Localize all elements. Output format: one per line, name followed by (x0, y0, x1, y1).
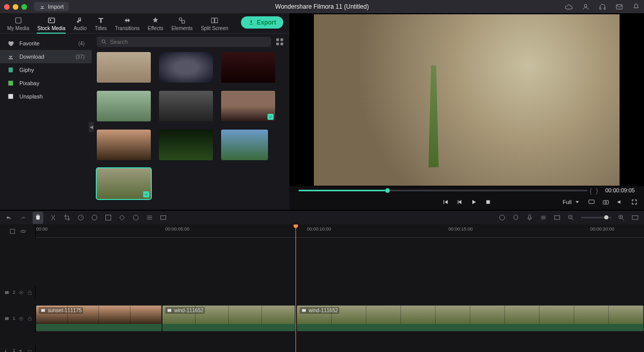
svg-rect-15 (276, 38, 279, 41)
tab-split-screen[interactable]: Split Screen (197, 14, 232, 33)
import-button[interactable]: Import (34, 2, 69, 11)
tab-stock-media[interactable]: Stock Media (33, 14, 69, 33)
media-thumb[interactable] (97, 52, 151, 83)
clip-video-icon (40, 308, 46, 313)
search-icon (101, 39, 107, 45)
step-back-icon[interactable] (456, 198, 463, 206)
mail-icon[interactable] (615, 3, 623, 11)
timeline-clip[interactable]: wind-111652 (162, 305, 296, 332)
media-thumb-selected[interactable] (97, 168, 151, 199)
media-thumb[interactable] (159, 130, 213, 160)
mask-icon[interactable] (132, 214, 140, 221)
zoom-in-icon[interactable] (618, 214, 625, 221)
speed-icon[interactable] (77, 214, 85, 221)
lock-icon[interactable] (27, 348, 33, 353)
svg-point-6 (50, 19, 51, 21)
export-button[interactable]: Export (241, 16, 283, 29)
stop-icon[interactable] (485, 198, 492, 206)
mixer-icon[interactable] (498, 214, 506, 221)
display-icon[interactable] (588, 198, 595, 206)
track-options-icon[interactable] (9, 228, 16, 235)
check-icon (143, 191, 149, 197)
sidebar-item-favorite[interactable]: Favorite(4) (0, 37, 92, 50)
svg-rect-43 (302, 309, 306, 312)
lock-icon[interactable] (27, 316, 33, 321)
search-input[interactable] (110, 39, 267, 45)
zoom-slider[interactable] (581, 217, 611, 218)
quality-dropdown[interactable]: Full (562, 198, 581, 206)
adjust-icon[interactable] (159, 214, 167, 221)
preview-frame (314, 14, 620, 186)
undo-icon[interactable] (5, 214, 13, 221)
zoom-out-icon[interactable] (567, 214, 575, 221)
delete-button[interactable] (33, 212, 43, 224)
prev-frame-icon[interactable] (442, 198, 449, 206)
render-icon[interactable] (553, 214, 561, 221)
lock-icon[interactable] (27, 290, 33, 295)
tab-elements[interactable]: Elements (167, 14, 197, 33)
link-icon[interactable] (20, 228, 26, 235)
svg-rect-3 (616, 5, 622, 9)
account-icon[interactable] (582, 3, 589, 11)
playhead[interactable] (296, 224, 296, 352)
close-button[interactable] (4, 4, 10, 10)
time-ruler[interactable]: 00:00 00:00:05:00 00:00:10:00 00:00:15:0… (36, 224, 644, 238)
minimize-button[interactable] (13, 4, 18, 10)
volume-icon[interactable] (616, 198, 624, 206)
clip-video-icon (301, 308, 307, 313)
tab-audio[interactable]: Audio (69, 14, 91, 33)
clip-video-icon (167, 308, 172, 313)
play-icon[interactable] (470, 198, 477, 206)
visibility-icon[interactable] (18, 290, 24, 295)
svg-rect-30 (555, 216, 560, 220)
import-label: Import (48, 4, 64, 10)
tab-my-media[interactable]: My Media (3, 14, 33, 33)
sidebar-item-giphy[interactable]: Giphy (0, 63, 92, 77)
svg-rect-25 (106, 215, 111, 220)
cloud-icon[interactable] (565, 3, 573, 11)
crop-icon[interactable] (63, 214, 71, 221)
tab-effects[interactable]: Effects (144, 14, 167, 33)
mark-out-icon[interactable]: } (596, 187, 598, 194)
snapshot-icon[interactable] (602, 198, 609, 206)
marker-icon[interactable] (512, 214, 520, 221)
media-thumb[interactable] (221, 91, 275, 121)
tab-transitions[interactable]: Transitions (111, 14, 144, 33)
menu-icon[interactable] (146, 214, 153, 221)
media-thumb[interactable] (97, 91, 151, 121)
timeline-clip[interactable]: sunset-111175 (36, 305, 162, 332)
color-icon[interactable] (91, 214, 98, 221)
media-thumb[interactable] (159, 91, 213, 121)
mute-icon[interactable] (18, 348, 24, 353)
grid-view-icon[interactable] (275, 37, 284, 46)
notification-icon[interactable] (632, 3, 640, 11)
collapse-sidebar-handle[interactable]: ◀ (89, 122, 94, 132)
mark-in-icon[interactable]: { (589, 187, 592, 194)
headphones-icon[interactable] (599, 3, 606, 11)
media-thumb[interactable] (221, 52, 275, 83)
sidebar-item-unsplash[interactable]: Unsplash (0, 90, 92, 103)
search-box[interactable] (97, 37, 271, 47)
fit-icon[interactable] (631, 214, 639, 221)
svg-rect-35 (5, 291, 9, 294)
tab-titles[interactable]: Titles (91, 14, 111, 33)
fullscreen-icon[interactable] (631, 198, 638, 206)
voiceover-icon[interactable] (526, 214, 533, 221)
sidebar-item-pixabay[interactable]: Pixabay (0, 77, 92, 90)
green-screen-icon[interactable] (104, 214, 112, 221)
maximize-button[interactable] (21, 4, 27, 10)
keyframe-icon[interactable] (118, 214, 126, 221)
sidebar-item-download[interactable]: Download(37) (0, 50, 92, 63)
visibility-icon[interactable] (18, 316, 24, 321)
settings-icon[interactable] (540, 214, 547, 221)
media-thumb[interactable] (97, 130, 151, 160)
media-thumb[interactable] (221, 130, 268, 160)
redo-icon[interactable] (19, 214, 26, 221)
split-icon[interactable] (49, 214, 57, 221)
preview-viewport[interactable] (289, 13, 644, 186)
svg-rect-4 (15, 18, 21, 23)
svg-rect-34 (10, 229, 15, 234)
timeline-clip[interactable]: wind-111652 (297, 305, 644, 332)
preview-progress[interactable] (299, 190, 587, 191)
media-thumb[interactable] (159, 52, 213, 83)
